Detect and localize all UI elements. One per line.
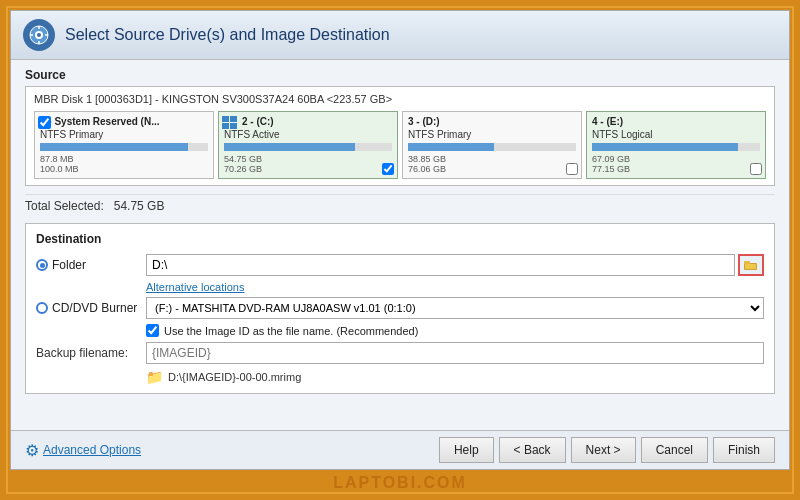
partition-3-sizes: 38.85 GB 76.06 GB — [408, 154, 576, 174]
advanced-icon: ⚙ — [25, 441, 39, 460]
partition-4-checkbox[interactable] — [750, 163, 762, 175]
content-area: Source MBR Disk 1 [000363D1] - KINGSTON … — [11, 60, 789, 430]
cd-radio[interactable] — [36, 302, 48, 314]
partition-4-title: 4 - (E:) — [592, 116, 760, 127]
disk-panel: MBR Disk 1 [000363D1] - KINGSTON SV300S3… — [25, 86, 775, 186]
svg-rect-13 — [745, 264, 756, 269]
partition-4-bar-bg — [592, 143, 760, 151]
cd-radio-label[interactable]: CD/DVD Burner — [36, 301, 146, 315]
source-label: Source — [25, 68, 775, 82]
backup-label: Backup filename: — [36, 346, 146, 360]
partition-1-bar-bg — [40, 143, 208, 151]
partition-2-type: NTFS Active — [224, 129, 392, 140]
partition-2-sizes: 54.75 GB 70.26 GB — [224, 154, 392, 174]
partition-3-checkbox[interactable] — [566, 163, 578, 175]
disk-header: MBR Disk 1 [000363D1] - KINGSTON SV300S3… — [34, 93, 766, 105]
partition-1-title: 1 - System Reserved (N... — [40, 116, 208, 127]
browse-icon — [744, 259, 758, 271]
destination-title: Destination — [36, 232, 764, 246]
next-button[interactable]: Next > — [571, 437, 636, 463]
file-folder-icon: 📁 — [146, 369, 163, 385]
app-icon — [23, 19, 55, 51]
file-path: D:\{IMAGEID}-00-00.mrimg — [168, 371, 301, 383]
partition-1-bar — [40, 143, 188, 151]
folder-label: Folder — [52, 258, 86, 272]
watermark: LAPTOBI.COM — [0, 474, 800, 492]
partition-3-title: 3 - (D:) — [408, 116, 576, 127]
windows-icon — [222, 116, 238, 130]
use-imageid-checkbox[interactable] — [146, 324, 159, 337]
folder-radio[interactable] — [36, 259, 48, 271]
main-window: Select Source Drive(s) and Image Destina… — [10, 10, 790, 470]
button-group: Help < Back Next > Cancel Finish — [439, 437, 775, 463]
cd-label: CD/DVD Burner — [52, 301, 137, 315]
partition-2-bar — [224, 143, 355, 151]
svg-point-2 — [37, 33, 41, 37]
partition-2-bar-bg — [224, 143, 392, 151]
partition-1-type: NTFS Primary — [40, 129, 208, 140]
advanced-label: Advanced Options — [43, 443, 141, 457]
partition-2-checkbox[interactable] — [382, 163, 394, 175]
cd-row: CD/DVD Burner (F:) - MATSHITA DVD-RAM UJ… — [36, 297, 764, 319]
folder-radio-label[interactable]: Folder — [36, 258, 146, 272]
title-bar: Select Source Drive(s) and Image Destina… — [11, 11, 789, 60]
partition-4-bar — [592, 143, 738, 151]
destination-section: Destination Folder Alternative locati — [25, 223, 775, 394]
alt-locations-link[interactable]: Alternative locations — [146, 281, 764, 293]
partition-4-sizes: 67.09 GB 77.15 GB — [592, 154, 760, 174]
partition-4-type: NTFS Logical — [592, 129, 760, 140]
cancel-button[interactable]: Cancel — [641, 437, 708, 463]
partition-3-type: NTFS Primary — [408, 129, 576, 140]
browse-button[interactable] — [738, 254, 764, 276]
svg-rect-12 — [744, 261, 750, 264]
folder-input[interactable] — [146, 254, 735, 276]
partition-1: 1 - System Reserved (N... NTFS Primary 8… — [34, 111, 214, 179]
cd-select[interactable]: (F:) - MATSHITA DVD-RAM UJ8A0ASW v1.01 (… — [146, 297, 764, 319]
partitions-row: 1 - System Reserved (N... NTFS Primary 8… — [34, 111, 766, 179]
back-button[interactable]: < Back — [499, 437, 566, 463]
partition-3-bar-bg — [408, 143, 576, 151]
svg-rect-8 — [230, 116, 237, 122]
svg-rect-7 — [222, 116, 229, 122]
partition-3-bar — [408, 143, 494, 151]
file-path-row: 📁 D:\{IMAGEID}-00-00.mrimg — [146, 369, 764, 385]
partition-4: 4 - (E:) NTFS Logical 67.09 GB 77.15 GB — [586, 111, 766, 179]
finish-button[interactable]: Finish — [713, 437, 775, 463]
partition-2-title: 2 - (C:) — [242, 116, 392, 127]
partition-1-sizes: 87.8 MB 100.0 MB — [40, 154, 208, 174]
partition-3: 3 - (D:) NTFS Primary 38.85 GB 76.06 GB — [402, 111, 582, 179]
use-imageid-row: Use the Image ID as the file name. (Reco… — [146, 324, 764, 337]
backup-filename-row: Backup filename: — [36, 342, 764, 364]
help-button[interactable]: Help — [439, 437, 494, 463]
partition-1-checkbox[interactable] — [38, 116, 51, 129]
backup-input[interactable] — [146, 342, 764, 364]
svg-rect-10 — [230, 123, 237, 129]
advanced-options-link[interactable]: ⚙ Advanced Options — [25, 441, 141, 460]
svg-rect-9 — [222, 123, 229, 129]
use-imageid-label: Use the Image ID as the file name. (Reco… — [164, 325, 418, 337]
total-selected-value: 54.75 GB — [114, 199, 165, 213]
total-selected-row: Total Selected: 54.75 GB — [25, 194, 775, 217]
folder-row: Folder — [36, 254, 764, 276]
partition-2: 2 - (C:) NTFS Active 54.75 GB 70.26 GB — [218, 111, 398, 179]
total-selected-label: Total Selected: — [25, 199, 104, 213]
bottom-bar: ⚙ Advanced Options Help < Back Next > Ca… — [11, 430, 789, 469]
page-title: Select Source Drive(s) and Image Destina… — [65, 26, 390, 44]
